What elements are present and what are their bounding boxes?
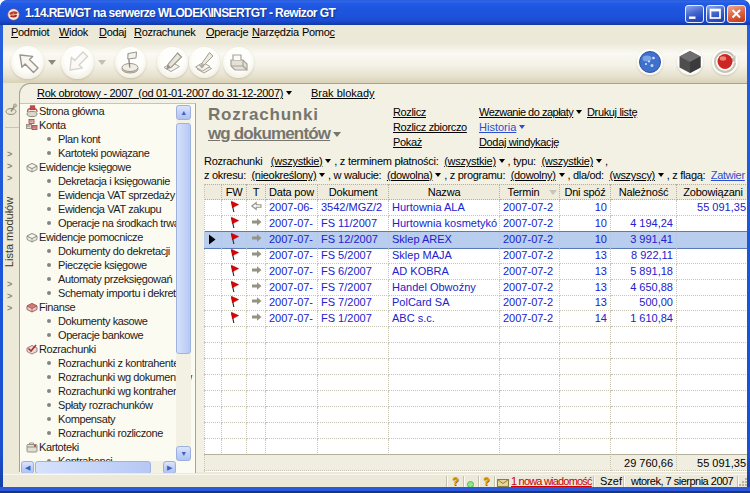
svg-text:GT: GT — [11, 13, 17, 17]
